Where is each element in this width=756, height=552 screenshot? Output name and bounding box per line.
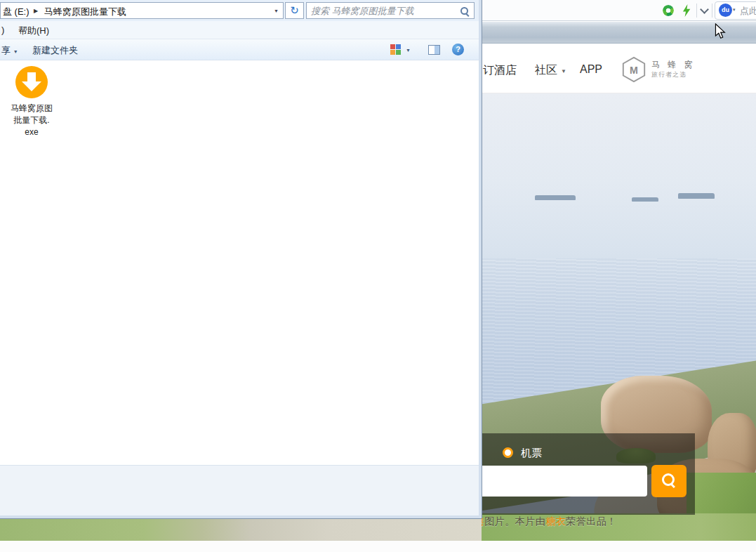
- caption-text: 荣誉出品！: [566, 515, 617, 527]
- nav-book-hotel[interactable]: 订酒店: [483, 63, 517, 78]
- search-icon: [661, 473, 677, 488]
- nav-community[interactable]: 社区: [535, 63, 557, 78]
- community-caret-icon[interactable]: ▼: [561, 68, 566, 74]
- file-item-exe[interactable]: 马蜂窝原图 批量下载. exe: [6, 66, 58, 138]
- views-caret-icon[interactable]: ▼: [406, 48, 411, 53]
- explorer-menu-bar: ) 帮助(H): [0, 21, 479, 39]
- change-view-icon[interactable]: [390, 44, 401, 55]
- menu-fragment[interactable]: ): [1, 25, 4, 35]
- ship: [632, 197, 658, 202]
- toolbar-separator: [696, 4, 697, 18]
- share-label: 享: [1, 45, 11, 55]
- file-name-line2: 批量下载.: [6, 114, 58, 126]
- toolbar-separator: [712, 4, 712, 18]
- file-list-area[interactable]: 马蜂窝原图 批量下载. exe: [0, 60, 479, 465]
- logo-slogan: 旅行者之选: [651, 70, 687, 79]
- speed-bolt-icon[interactable]: [682, 4, 691, 17]
- baidu-paw-icon[interactable]: du: [719, 4, 732, 17]
- menu-help[interactable]: 帮助(H): [18, 25, 49, 37]
- explorer-search-input[interactable]: [311, 4, 455, 18]
- share-caret-icon: ▼: [13, 49, 18, 54]
- view-tile: [396, 50, 401, 55]
- logo-monogram: M: [630, 65, 638, 76]
- explorer-window: 盘 (E:) ▶ 马蜂窝原图批量下载 ▼ ↻ ) 帮助(H) 享 ▼ 新建文件夹: [0, 0, 482, 518]
- ship: [535, 195, 576, 200]
- chevron-down-icon[interactable]: [700, 5, 709, 14]
- address-bar[interactable]: 盘 (E:) ▶ 马蜂窝原图批量下载 ▼: [0, 2, 284, 19]
- baidu-caret-icon[interactable]: ▾: [733, 7, 736, 13]
- explorer-search-box: [306, 2, 475, 19]
- file-name-line3: exe: [6, 126, 58, 138]
- ship: [678, 193, 715, 199]
- hexagon-logo-icon: M: [621, 56, 647, 83]
- promo-link[interactable]: 点此: [740, 5, 756, 18]
- view-tile: [390, 44, 395, 49]
- screen: du ▾ 点此 订酒店 社区 ▼ APP M 马 蜂 窝 旅行者之选: [0, 0, 756, 552]
- logo-brand-text: 马 蜂 窝: [651, 59, 696, 71]
- screenshot-shutter-icon[interactable]: [663, 5, 674, 16]
- explorer-address-row: 盘 (E:) ▶ 马蜂窝原图批量下载 ▼ ↻: [0, 0, 479, 21]
- download-file-icon: [15, 66, 48, 98]
- help-icon[interactable]: ?: [452, 44, 464, 55]
- preview-pane-icon[interactable]: [428, 45, 440, 55]
- command-new-folder[interactable]: 新建文件夹: [32, 44, 78, 57]
- address-dropdown-icon[interactable]: ▼: [274, 8, 279, 13]
- photo-bottom-strip: [0, 518, 482, 541]
- caption-text: 图片。本片由: [484, 515, 545, 527]
- view-tile: [396, 44, 401, 49]
- breadcrumb-folder[interactable]: 马蜂窝原图批量下载: [44, 6, 126, 18]
- nav-app[interactable]: APP: [580, 63, 602, 76]
- explorer-command-bar: 享 ▼ 新建文件夹 ▼ ?: [0, 39, 479, 60]
- breadcrumb-drive[interactable]: 盘 (E:): [3, 6, 29, 18]
- file-name-line1: 马蜂窝原图: [6, 103, 58, 114]
- details-pane: [0, 465, 479, 515]
- mouse-cursor: [715, 23, 726, 40]
- view-tile: [390, 50, 395, 55]
- caption-link[interactable]: 糖衣: [545, 515, 566, 527]
- flight-radio[interactable]: [503, 447, 513, 458]
- flight-search-button[interactable]: [651, 465, 687, 497]
- mafengwo-logo[interactable]: M 马 蜂 窝 旅行者之选: [621, 56, 705, 84]
- command-share-fragment[interactable]: 享 ▼: [1, 44, 18, 57]
- flight-radio-label[interactable]: 机票: [521, 447, 542, 460]
- refresh-button[interactable]: ↻: [285, 2, 304, 19]
- page-background: [0, 541, 756, 552]
- breadcrumb-arrow-icon[interactable]: ▶: [34, 8, 38, 14]
- search-icon[interactable]: [460, 6, 469, 15]
